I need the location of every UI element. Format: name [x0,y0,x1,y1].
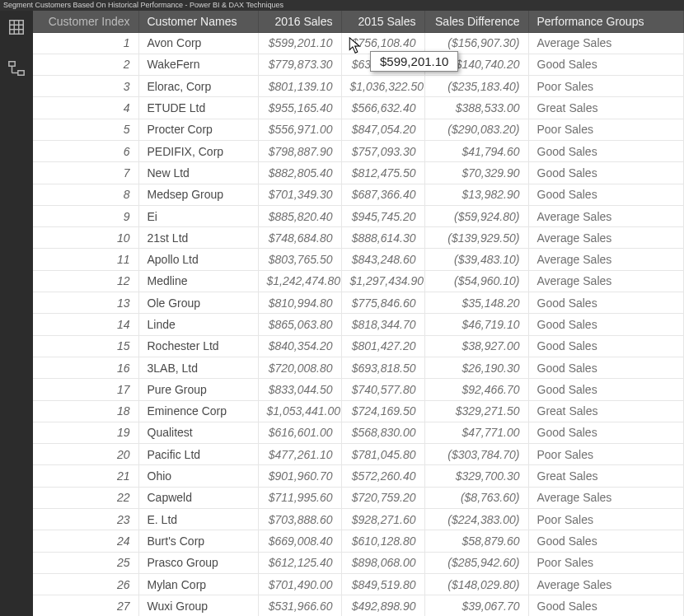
cell-index[interactable]: 27 [33,595,138,616]
cell-group[interactable]: Poor Sales [528,76,684,97]
cell-2015[interactable]: $693,818.50 [341,357,424,378]
table-row[interactable]: 15Rochester Ltd$840,354.20$801,427.20$38… [33,335,684,357]
cell-name[interactable]: Apollo Ltd [138,249,258,270]
cell-diff[interactable]: $329,271.50 [424,400,528,422]
cell-2015[interactable]: $898,068.00 [341,552,424,573]
cell-group[interactable]: Average Sales [528,573,684,595]
cell-group[interactable]: Good Sales [528,595,684,616]
cell-2016[interactable]: $477,261.10 [258,444,341,465]
cell-2016[interactable]: $701,349.30 [258,184,341,205]
cell-name[interactable]: Ohio [138,465,258,487]
table-row[interactable]: 17Pure Group$833,044.50$740,577.80$92,46… [33,379,684,400]
table-row[interactable]: 8Medsep Group$701,349.30$687,366.40$13,9… [33,184,684,205]
cell-index[interactable]: 11 [33,249,138,270]
cell-index[interactable]: 14 [33,314,138,335]
cell-2016[interactable]: $531,966.60 [258,595,341,616]
cell-index[interactable]: 15 [33,335,138,357]
cell-name[interactable]: Pure Group [138,379,258,400]
cell-2015[interactable]: $1,036,322.50 [341,76,424,97]
cell-index[interactable]: 26 [33,573,138,595]
cell-diff[interactable]: ($290,083.20) [424,119,528,140]
col-header-sales-difference[interactable]: Sales Difference [424,11,528,32]
cell-name[interactable]: Rochester Ltd [138,335,258,357]
cell-name[interactable]: E. Ltd [138,509,258,530]
table-row[interactable]: 163LAB, Ltd$720,008.80$693,818.50$26,190… [33,357,684,378]
table-row[interactable]: 12Medline$1,242,474.80$1,297,434.90($54,… [33,270,684,292]
cell-2016[interactable]: $1,242,474.80 [258,270,341,292]
cell-2016[interactable]: $703,888.60 [258,509,341,530]
cell-group[interactable]: Poor Sales [528,119,684,140]
cell-group[interactable]: Average Sales [528,205,684,226]
cell-diff[interactable]: $38,927.00 [424,335,528,357]
table-row[interactable]: 11Apollo Ltd$803,765.50$843,248.60($39,4… [33,249,684,270]
cell-name[interactable]: Wuxi Group [138,595,258,616]
cell-2016[interactable]: $885,820.40 [258,205,341,226]
cell-2016[interactable]: $616,601.00 [258,422,341,443]
cell-diff[interactable]: ($54,960.10) [424,270,528,292]
cell-name[interactable]: Avon Corp [138,32,258,54]
cell-group[interactable]: Good Sales [528,162,684,184]
cell-group[interactable]: Average Sales [528,249,684,270]
cell-diff[interactable]: ($224,383.00) [424,509,528,530]
cell-diff[interactable]: $388,533.00 [424,97,528,119]
cell-name[interactable]: 21st Ltd [138,227,258,249]
table-row[interactable]: 20Pacific Ltd$477,261.10$781,045.80($303… [33,444,684,465]
cell-2016[interactable]: $711,995.60 [258,487,341,508]
model-view-button[interactable] [5,58,28,82]
cell-index[interactable]: 8 [33,184,138,205]
col-header-customer-index[interactable]: Customer Index [33,11,138,32]
cell-diff[interactable]: ($285,942.60) [424,552,528,573]
cell-2016[interactable]: $901,960.70 [258,465,341,487]
cell-2016[interactable]: $556,971.00 [258,119,341,140]
cell-group[interactable]: Great Sales [528,465,684,487]
cell-name[interactable]: New Ltd [138,162,258,184]
cell-group[interactable]: Poor Sales [528,509,684,530]
cell-group[interactable]: Great Sales [528,97,684,119]
cell-diff[interactable]: ($148,029.80) [424,573,528,595]
cell-group[interactable]: Good Sales [528,335,684,357]
cell-2015[interactable]: $568,830.00 [341,422,424,443]
cell-group[interactable]: Good Sales [528,422,684,443]
cell-group[interactable]: Average Sales [528,32,684,54]
cell-2015[interactable]: $801,427.20 [341,335,424,357]
cell-2015[interactable]: $720,759.20 [341,487,424,508]
cell-diff[interactable]: $13,982.90 [424,184,528,205]
cell-group[interactable]: Good Sales [528,184,684,205]
cell-name[interactable]: Prasco Group [138,552,258,573]
cell-2015[interactable]: $945,745.20 [341,205,424,226]
cell-group[interactable]: Poor Sales [528,552,684,573]
cell-2015[interactable]: $566,632.40 [341,97,424,119]
cell-group[interactable]: Great Sales [528,400,684,422]
cell-name[interactable]: PEDIFIX, Corp [138,140,258,161]
cell-2016[interactable]: $833,044.50 [258,379,341,400]
cell-index[interactable]: 21 [33,465,138,487]
cell-2015[interactable]: $849,519.80 [341,573,424,595]
cell-group[interactable]: Good Sales [528,530,684,552]
cell-2015[interactable]: $888,614.30 [341,227,424,249]
cell-index[interactable]: 5 [33,119,138,140]
cell-name[interactable]: ETUDE Ltd [138,97,258,119]
cell-diff[interactable]: $92,466.70 [424,379,528,400]
cell-group[interactable]: Good Sales [528,379,684,400]
cell-index[interactable]: 22 [33,487,138,508]
data-view-button[interactable] [5,17,28,40]
cell-name[interactable]: 3LAB, Ltd [138,357,258,378]
cell-index[interactable]: 2 [33,54,138,75]
cell-name[interactable]: Capweld [138,487,258,508]
cell-2016[interactable]: $701,490.00 [258,573,341,595]
cell-2015[interactable]: $843,248.60 [341,249,424,270]
cell-group[interactable]: Poor Sales [528,444,684,465]
cell-2016[interactable]: $779,873.30 [258,54,341,75]
cell-2016[interactable]: $865,063.80 [258,314,341,335]
cell-2015[interactable]: $847,054.20 [341,119,424,140]
table-row[interactable]: 25Prasco Group$612,125.40$898,068.00($28… [33,552,684,573]
cell-group[interactable]: Good Sales [528,357,684,378]
cell-diff[interactable]: $26,190.30 [424,357,528,378]
cell-2015[interactable]: $1,297,434.90 [341,270,424,292]
cell-index[interactable]: 18 [33,400,138,422]
cell-2016[interactable]: $955,165.40 [258,97,341,119]
table-row[interactable]: 7New Ltd$882,805.40$812,475.50$70,329.90… [33,162,684,184]
table-row[interactable]: 23E. Ltd$703,888.60$928,271.60($224,383.… [33,509,684,530]
cell-2015[interactable]: $928,271.60 [341,509,424,530]
cell-name[interactable]: Medsep Group [138,184,258,205]
